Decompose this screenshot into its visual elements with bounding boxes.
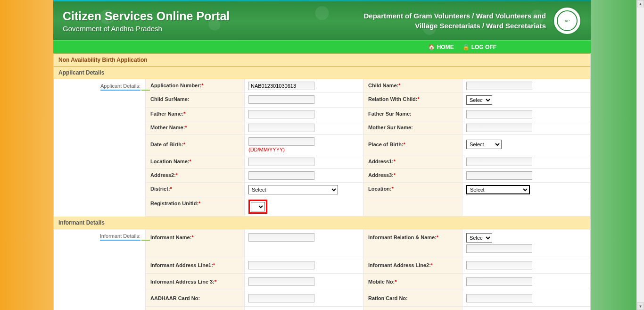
relation-child-select[interactable]: Select: [466, 95, 492, 105]
label-district: District:*: [146, 183, 245, 197]
form-row: Informant Address Line1:* Informant Addr…: [146, 257, 590, 274]
mobile-input[interactable]: [466, 277, 532, 286]
informant-form-section: Informant Details: Informant Name:* Info…: [54, 229, 590, 310]
form-row: Application Number:* Child Name:*: [146, 79, 590, 93]
empty-label: [363, 197, 462, 216]
label-dob: Date of Birth:*: [146, 135, 245, 155]
location-select[interactable]: Select: [466, 185, 530, 194]
header-left: Citizen Services Online Portal Governmen…: [63, 9, 230, 33]
form-row: Informant Address Line 3:* Mobile No:*: [146, 274, 590, 290]
content-area: Non Availability Birth Application Appli…: [53, 53, 591, 310]
applicant-form-grid: Application Number:* Child Name:* Child …: [146, 79, 590, 217]
label-informant-name: Informant Name:*: [146, 229, 245, 257]
applicant-side-label: Applicant Details:: [54, 79, 146, 217]
registration-unit-select[interactable]: [251, 202, 265, 211]
form-row: Date of Birth:* (DD/MM/YYYY) Place of Bi…: [146, 135, 590, 155]
form-row: Child SurName: Relation With Child:* Sel…: [146, 93, 590, 108]
father-surname-input[interactable]: [466, 110, 532, 118]
form-row: Email ID: Remarks:: [146, 307, 590, 310]
informant-relation-select[interactable]: Select: [466, 233, 492, 243]
informant-details-header: Informant Details: [54, 217, 590, 229]
home-link[interactable]: 🏠 HOME: [428, 44, 454, 50]
label-address2: Address2:*: [146, 169, 245, 182]
label-registration-unit: Registration UnitId:*: [146, 197, 245, 216]
application-number-input[interactable]: [248, 82, 314, 90]
label-relation-child: Relation With Child:*: [363, 93, 462, 107]
state-logo: AP: [553, 7, 581, 35]
informant-side-label: Informant Details:: [54, 229, 146, 310]
applicant-details-header: Applicant Details: [54, 67, 590, 79]
informant-name-input[interactable]: [248, 233, 314, 242]
nav-bar: 🏠 HOME 🔒 LOG OFF: [53, 40, 591, 53]
ration-input[interactable]: [466, 294, 532, 302]
mother-name-input[interactable]: [248, 124, 314, 132]
address1-input[interactable]: [466, 158, 532, 166]
application-title-header: Non Availability Birth Application: [54, 53, 590, 67]
form-row: Father Name:* Father Sur Name:: [146, 108, 590, 121]
page-wrapper: Citizen Services Online Portal Governmen…: [53, 0, 591, 310]
address2-input[interactable]: [248, 171, 314, 180]
form-row: Address2:* Address3:*: [146, 169, 590, 183]
label-aadhaar: AADHAAR Card No:: [146, 290, 245, 306]
scroll-down-button[interactable]: ▼: [637, 302, 644, 310]
mother-surname-input[interactable]: [466, 124, 532, 132]
label-email: Email ID:: [146, 307, 245, 310]
informant-addr1-input[interactable]: [248, 261, 314, 269]
pob-select[interactable]: Select: [466, 140, 502, 149]
informant-addr2-input[interactable]: [466, 261, 532, 269]
state-logo-inner: AP: [557, 10, 578, 31]
portal-subtitle: Government of Andhra Pradesh: [63, 25, 230, 33]
header-right: Department of Gram Volunteers / Ward Vol…: [364, 7, 581, 35]
label-informant-addr1: Informant Address Line1:*: [146, 257, 245, 273]
label-father-name: Father Name:*: [146, 108, 245, 121]
father-name-input[interactable]: [248, 110, 314, 118]
home-icon: 🏠: [428, 44, 435, 50]
label-ration: Ration Card No:: [363, 290, 462, 306]
label-child-name: Child Name:*: [363, 79, 462, 92]
scrollbar-track[interactable]: ▲ ▼: [636, 0, 644, 310]
label-mobile: Mobile No:*: [363, 274, 462, 290]
label-informant-relation: Informant Relation & Name:*: [363, 229, 462, 257]
form-row: Location Name:* Address1:*: [146, 155, 590, 169]
child-surname-input[interactable]: [248, 95, 314, 104]
aadhaar-input[interactable]: [248, 294, 314, 302]
date-format-hint: (DD/MM/YYYY): [248, 147, 359, 152]
lock-icon: 🔒: [462, 44, 470, 50]
label-remarks: Remarks:: [363, 307, 462, 310]
label-mother-surname: Mother Sur Name:: [363, 121, 462, 134]
dob-input[interactable]: [248, 137, 314, 146]
department-name: Department of Gram Volunteers / Ward Vol…: [364, 11, 546, 31]
label-application-number: Application Number:*: [146, 79, 245, 92]
label-father-surname: Father Sur Name:: [363, 108, 462, 121]
form-row: Informant Name:* Informant Relation & Na…: [146, 229, 590, 257]
address3-input[interactable]: [466, 171, 532, 180]
label-child-surname: Child SurName:: [146, 93, 245, 107]
label-informant-addr3: Informant Address Line 3:*: [146, 274, 245, 290]
label-address3: Address3:*: [363, 169, 462, 182]
label-address1: Address1:*: [363, 155, 462, 168]
form-row: Registration UnitId:*: [146, 197, 590, 217]
registration-unit-highlight: [248, 200, 267, 214]
child-name-input[interactable]: [466, 82, 532, 90]
label-location-name: Location Name:*: [146, 155, 245, 168]
form-row: District:* Select Location:* Select: [146, 183, 590, 197]
logoff-link[interactable]: 🔒 LOG OFF: [462, 44, 496, 50]
form-row: Mother Name:* Mother Sur Name:: [146, 121, 590, 135]
label-location: Location:*: [363, 183, 462, 197]
district-select[interactable]: Select: [248, 185, 338, 194]
label-pob: Place of Birth:*: [363, 135, 462, 155]
label-informant-addr2: Informant Address Line2:*: [363, 257, 462, 273]
portal-title: Citizen Services Online Portal: [63, 9, 230, 23]
informant-relation-name-input[interactable]: [466, 244, 532, 253]
applicant-form-section: Applicant Details: Application Number:* …: [54, 79, 590, 217]
label-mother-name: Mother Name:*: [146, 121, 245, 134]
header-banner: Citizen Services Online Portal Governmen…: [53, 1, 591, 40]
form-row: AADHAAR Card No: Ration Card No:: [146, 290, 590, 307]
scroll-up-button[interactable]: ▲: [637, 0, 644, 8]
informant-form-grid: Informant Name:* Informant Relation & Na…: [146, 229, 590, 310]
location-name-input[interactable]: [248, 158, 314, 166]
informant-addr3-input[interactable]: [248, 277, 314, 286]
